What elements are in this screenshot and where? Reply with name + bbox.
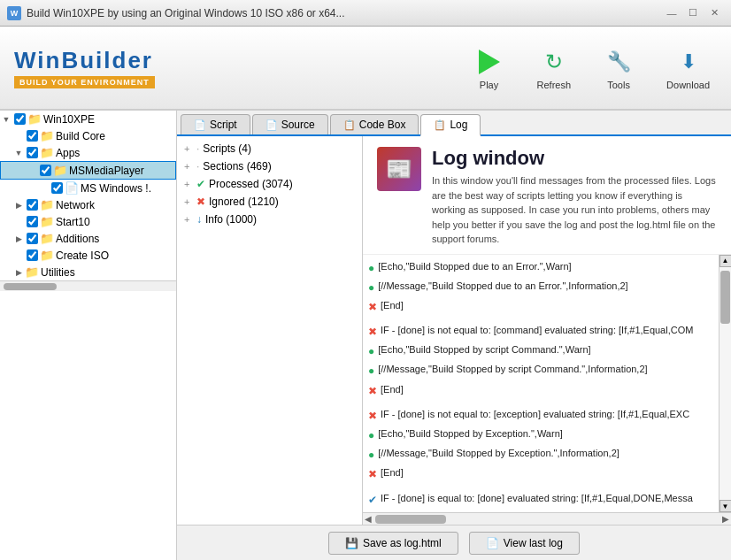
tree-expand-network[interactable]: ▶ — [12, 199, 25, 211]
log-sidebar-expand-processed[interactable]: + — [184, 179, 196, 189]
scroll-down-button[interactable]: ▼ — [719, 500, 732, 512]
log-sidebar-expand-sections[interactable]: + — [184, 161, 196, 172]
tree-expand-msmediaplayer[interactable] — [26, 165, 38, 177]
save-log-label: Save as log.html — [363, 537, 442, 549]
tree-checkbox-apps[interactable] — [27, 147, 38, 158]
log-title: Log window — [432, 147, 717, 170]
log-sidebar-expand-info[interactable]: + — [184, 214, 196, 225]
tree-checkbox-additions[interactable] — [27, 233, 38, 244]
window-controls: — ☐ ✕ — [662, 4, 724, 22]
tree-expand-mswindows[interactable] — [37, 182, 50, 195]
tab-source[interactable]: 📄 Source — [252, 114, 328, 134]
right-panel: 📄 Script 📄 Source 📋 Code Box 📋 Log +·Scr… — [177, 111, 731, 560]
refresh-button[interactable]: ↻ Refresh — [530, 42, 579, 94]
minimize-button[interactable]: — — [662, 4, 681, 22]
log-sidebar-item-processed[interactable]: +✔Processed (3074) — [177, 175, 362, 193]
tab-codebox[interactable]: 📋 Code Box — [330, 114, 419, 134]
log-sidebar-expand-ignored[interactable]: + — [184, 196, 196, 207]
tree-checkbox-win10xpe[interactable] — [14, 113, 26, 125]
scroll-up-button[interactable]: ▲ — [719, 255, 732, 267]
tree-item-build-core[interactable]: 📁Build Core — [0, 127, 176, 144]
content-area: +·Scripts (4)+·Sections (469)+✔Processed… — [177, 136, 731, 525]
tree-checkbox-mswindows[interactable] — [51, 182, 63, 194]
tree-expand-apps[interactable]: ▼ — [12, 147, 25, 159]
tree-checkbox-create-iso[interactable] — [27, 249, 38, 261]
tree-expand-win10xpe[interactable]: ▼ — [0, 113, 12, 126]
tree-icon-msmediaplayer: 📁 — [53, 164, 67, 177]
download-button[interactable]: ⬇ Download — [659, 42, 717, 94]
tree-expand-additions[interactable]: ▶ — [12, 233, 25, 245]
tree-item-network[interactable]: ▶📁Network — [0, 196, 176, 213]
log-sidebar-item-scripts[interactable]: +·Scripts (4) — [177, 140, 362, 157]
log-line-4: ✖IF - [done] is not equal to: [command] … — [368, 322, 713, 341]
tree-item-utilities[interactable]: ▶📁Utilities — [0, 264, 176, 280]
tree-item-win10xpe[interactable]: ▼📁Win10XPE — [0, 111, 176, 127]
scroll-thumb[interactable] — [720, 271, 730, 324]
logo-title: WinBuilder — [14, 47, 155, 74]
play-button[interactable]: Play — [466, 42, 512, 94]
main-area: ▼📁Win10XPE 📁Build Core▼📁Apps 📁MSMediaPla… — [0, 111, 731, 560]
tree-item-create-iso[interactable]: 📁Create ISO — [0, 247, 176, 264]
tree-item-mswindows[interactable]: 📄MS Windows !. — [0, 180, 176, 196]
log-line-text-9: IF - [done] is not equal to: [exception]… — [381, 407, 689, 423]
tree-checkbox-start10[interactable] — [27, 216, 38, 227]
log-line-6: ●[//Message,"Build Stopped by script Com… — [368, 361, 713, 380]
log-line-9: ✖IF - [done] is not equal to: [exception… — [368, 406, 713, 426]
h-scroll-thumb[interactable] — [375, 515, 446, 524]
tree-item-apps[interactable]: ▼📁Apps — [0, 144, 176, 161]
tree-item-start10[interactable]: 📁Start10 — [0, 213, 176, 230]
log-header: 📰 Log window In this window you'll find … — [363, 136, 731, 255]
refresh-icon: ↻ — [538, 46, 570, 78]
log-line-text-5: [Echo,"Build Stopped by script Command."… — [378, 342, 590, 358]
log-sidebar-item-ignored[interactable]: +✖Ignored (1210) — [177, 193, 362, 211]
close-button[interactable]: ✕ — [704, 4, 724, 22]
tree-item-additions[interactable]: ▶📁Additions — [0, 230, 176, 247]
log-horizontal-scrollbar[interactable]: ◀ ▶ — [363, 512, 731, 525]
tree-expand-utilities[interactable]: ▶ — [12, 266, 25, 279]
log-line-text-11: [//Message,"Build Stopped by Exception."… — [378, 446, 619, 462]
log-sidebar-item-sections[interactable]: +·Sections (469) — [177, 157, 362, 175]
maximize-button[interactable]: ☐ — [683, 4, 703, 22]
log-line-icon-5: ● — [368, 343, 374, 360]
tree-icon-mswindows: 📄 — [65, 181, 79, 195]
tree-icon-network: 📁 — [40, 198, 54, 211]
title-bar: W Build Win10XPE by using an Original Wi… — [0, 0, 731, 27]
log-sidebar-icon-sections: · — [196, 160, 199, 173]
tools-button[interactable]: 🔧 Tools — [596, 42, 642, 94]
tree-panel: ▼📁Win10XPE 📁Build Core▼📁Apps 📁MSMediaPla… — [0, 111, 177, 560]
log-line-icon-2: ✖ — [368, 299, 377, 316]
tree-label-start10: Start10 — [56, 216, 90, 228]
log-sidebar-label-processed: Processed (3074) — [209, 178, 293, 190]
tree-label-mswindows: MS Windows !. — [81, 182, 151, 195]
tree-icon-create-iso: 📁 — [40, 249, 54, 262]
tree-expand-create-iso[interactable] — [12, 249, 25, 262]
tab-script[interactable]: 📄 Script — [181, 114, 250, 134]
log-line-text-7: [End] — [381, 382, 404, 398]
logo: WinBuilder BUILD YOUR ENVIRONMENT — [14, 47, 155, 88]
scroll-track[interactable] — [719, 267, 731, 501]
tree-horizontal-scrollbar[interactable] — [0, 280, 176, 291]
tree-icon-win10xpe: 📁 — [27, 112, 42, 126]
tree-checkbox-msmediaplayer[interactable] — [40, 165, 51, 176]
header: WinBuilder BUILD YOUR ENVIRONMENT Play ↻… — [0, 27, 731, 111]
log-sidebar-item-info[interactable]: +↓Info (1000) — [177, 211, 362, 228]
log-line-text-14: IF - [done] is equal to: [done] evaluate… — [381, 491, 693, 507]
save-log-button[interactable]: 💾 Save as log.html — [328, 532, 458, 555]
tree-icon-utilities: 📁 — [25, 265, 39, 279]
view-log-button[interactable]: 📄 View last log — [469, 532, 580, 555]
tree-icon-additions: 📁 — [40, 232, 54, 245]
tree-icon-apps: 📁 — [40, 146, 54, 159]
tree-expand-start10[interactable] — [12, 216, 25, 228]
tree-checkbox-build-core[interactable] — [27, 130, 38, 142]
log-line-text-6: [//Message,"Build Stopped by script Comm… — [378, 362, 647, 378]
log-header-text: Log window In this window you'll find me… — [432, 147, 717, 247]
tab-log[interactable]: 📋 Log — [420, 114, 481, 136]
tree-expand-build-core[interactable] — [12, 130, 25, 142]
log-sidebar-label-scripts: Scripts (4) — [203, 142, 251, 155]
log-sidebar-expand-scripts[interactable]: + — [184, 143, 196, 154]
log-line-icon-0: ● — [368, 260, 374, 277]
tree-checkbox-network[interactable] — [27, 199, 38, 211]
log-vertical-scrollbar[interactable]: ▲ ▼ — [719, 255, 731, 513]
tree-item-msmediaplayer[interactable]: 📁MSMediaPlayer — [0, 161, 176, 180]
bottom-bar: 💾 Save as log.html 📄 View last log — [177, 525, 731, 560]
